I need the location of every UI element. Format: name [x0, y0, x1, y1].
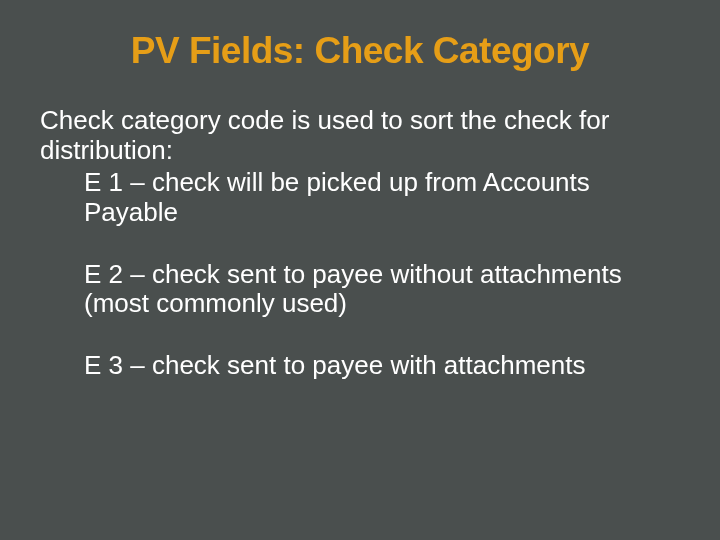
- item-list: E 1 – check will be picked up from Accou…: [84, 168, 680, 381]
- intro-text: Check category code is used to sort the …: [40, 106, 680, 166]
- list-item: E 2 – check sent to payee without attach…: [84, 260, 680, 320]
- slide: PV Fields: Check Category Check category…: [0, 0, 720, 540]
- list-item: E 1 – check will be picked up from Accou…: [84, 168, 680, 228]
- slide-title: PV Fields: Check Category: [40, 30, 680, 72]
- list-item: E 3 – check sent to payee with attachmen…: [84, 351, 680, 381]
